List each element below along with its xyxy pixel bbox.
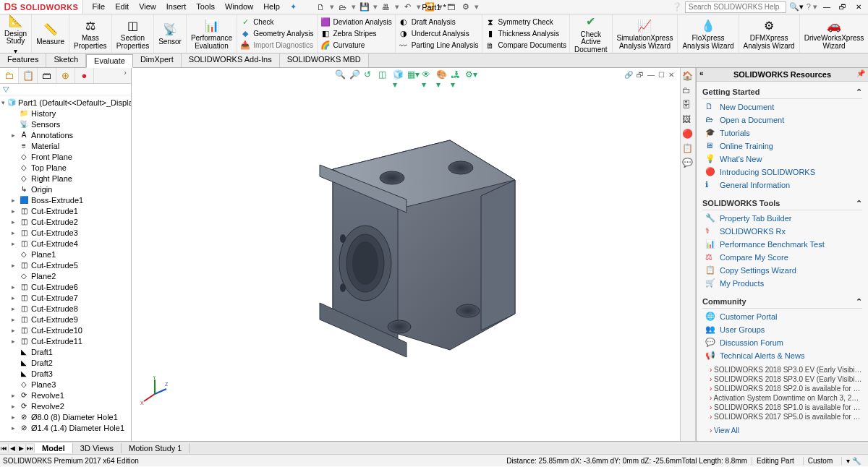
measure-button[interactable]: 📏Measure — [36, 21, 64, 46]
tab-features[interactable]: Features — [0, 53, 46, 67]
menu-help[interactable]: Help — [259, 1, 284, 13]
tree-item[interactable]: ◇Plane2 — [0, 270, 131, 281]
tp-link[interactable]: 📋Copy Settings Wizard — [702, 264, 862, 277]
new-icon[interactable]: 🗋 — [315, 1, 327, 13]
feature-tree[interactable]: ▾🧊Part1 (Default<<Default>_Display 📁Hist… — [0, 95, 131, 441]
tree-item[interactable]: ▸⊘Ø8.0 (8) Diameter Hole1 — [0, 411, 131, 422]
tp-tab-custom-props-icon[interactable]: 📋 — [682, 143, 694, 155]
collapse-icon[interactable]: ⌃ — [856, 199, 862, 208]
menu-file[interactable]: File — [88, 1, 109, 13]
search-help-input[interactable] — [685, 1, 786, 13]
tree-item[interactable]: ▸◫Cut-Extrude10 — [0, 325, 131, 335]
print-icon[interactable]: 🖶 — [380, 1, 392, 13]
tree-item[interactable]: ◇Plane1 — [0, 249, 131, 260]
tp-news-item[interactable]: SOLIDWORKS 2017 SP5.0 is available for d… — [702, 412, 862, 421]
tp-tab-appearances-icon[interactable]: 🔴 — [682, 129, 694, 140]
fm-tab-property[interactable]: 📋 — [19, 68, 38, 83]
tp-tab-library-icon[interactable]: 🗀 — [682, 85, 694, 97]
tree-item[interactable]: ◇Top Plane — [0, 162, 131, 173]
hide-show-icon[interactable]: 👁▾ — [422, 69, 433, 81]
tp-link[interactable]: 🔴Introducing SOLIDWORKS — [702, 166, 862, 179]
mass-properties-button[interactable]: ⚖Mass Properties — [74, 17, 107, 50]
nav-next-icon[interactable]: ▶ — [17, 445, 26, 452]
view-orientation-icon[interactable]: 🧊▾ — [393, 69, 404, 81]
graphics-area[interactable]: 🔍 🔎 ↺ ◫ 🧊▾ ▦▾ 👁▾ 🎨▾ 🏞▾ ⚙▾ 🔗 🗗 — ☐ ✕ — [132, 68, 680, 441]
tp-tab-home-icon[interactable]: 🏠 — [682, 71, 694, 82]
tp-news-item[interactable]: SOLIDWORKS 2018 SP1.0 is available for d… — [702, 403, 862, 412]
floxpress-button[interactable]: 💧FloXpress Analysis Wizard — [682, 17, 733, 50]
tree-item[interactable]: ▸◫Cut-Extrude2 — [0, 216, 131, 227]
tp-prev-icon[interactable]: « — [699, 69, 704, 77]
nav-last-icon[interactable]: ⏭ — [26, 445, 35, 452]
zoom-area-icon[interactable]: 🔎 — [349, 69, 361, 81]
tree-item[interactable]: ▸⟳Revolve1 — [0, 390, 131, 400]
tree-item[interactable]: ◣Draft1 — [0, 346, 131, 357]
sensor-button[interactable]: 📡Sensor — [158, 21, 182, 46]
tree-item[interactable]: ◇Front Plane — [0, 151, 131, 162]
gv-min-icon[interactable]: — — [647, 71, 655, 79]
search-icon[interactable]: 🔍▾ — [789, 2, 804, 12]
tp-link[interactable]: 💬Discussion Forum — [702, 336, 862, 349]
menu-view[interactable]: View — [135, 1, 161, 13]
view-all-link[interactable]: View All — [702, 426, 862, 435]
collapse-icon[interactable]: ⌃ — [856, 297, 862, 307]
zebra-stripes-button[interactable]: ◧Zebra Stripes — [320, 28, 377, 40]
section-properties-button[interactable]: ◫Section Properties — [116, 17, 150, 50]
prev-view-icon[interactable]: ↺ — [364, 69, 375, 81]
dfmxpress-button[interactable]: ⚙DFMXpress Analysis Wizard — [744, 17, 795, 50]
check-button[interactable]: ✓Check — [240, 17, 273, 28]
tree-item[interactable]: ◇Plane3 — [0, 379, 131, 390]
undercut-analysis-button[interactable]: ◑Undercut Analysis — [399, 28, 469, 40]
fm-tab-expand-icon[interactable]: › — [119, 68, 131, 83]
tree-item[interactable]: 📡Sensors — [0, 119, 131, 129]
nav-prev-icon[interactable]: ◀ — [9, 445, 17, 452]
tree-item[interactable]: ◣Draft2 — [0, 357, 131, 368]
tp-link[interactable]: 🗁Open a Document — [702, 113, 862, 127]
tp-tab-forum-icon[interactable]: 💬 — [682, 158, 694, 169]
menu-insert[interactable]: Insert — [162, 1, 191, 13]
tree-item[interactable]: ↳Origin — [0, 184, 131, 194]
undo-icon[interactable]: ↶ — [402, 1, 414, 13]
tree-item[interactable]: ≡Material — [0, 140, 131, 151]
tab-dimxpert[interactable]: DimXpert — [133, 53, 182, 67]
bottom-tab-motion-study-1[interactable]: Motion Study 1 — [122, 443, 190, 453]
menu-pin-icon[interactable]: ✦ — [286, 1, 301, 13]
tree-item[interactable]: ▸◫Cut-Extrude9 — [0, 314, 131, 325]
tp-link[interactable]: ℹGeneral Information — [702, 179, 862, 192]
tree-item[interactable]: ▸◫Cut-Extrude7 — [0, 292, 131, 303]
view-settings-icon[interactable]: ⚙▾ — [465, 69, 477, 81]
fm-tab-config[interactable]: 🗃 — [38, 68, 56, 83]
symmetry-check-button[interactable]: ⧗Symmetry Check — [485, 17, 553, 28]
tree-item[interactable]: 📁History — [0, 108, 131, 119]
compare-documents-button[interactable]: 🗎Compare Documents — [485, 40, 566, 51]
tree-item[interactable]: ◇Right Plane — [0, 173, 131, 184]
tp-tab-file-explorer-icon[interactable]: 🗄 — [682, 100, 694, 111]
tree-item[interactable]: ▸⊘Ø1.4 (1.4) Diameter Hole1 — [0, 422, 131, 433]
tp-link[interactable]: 🔧Property Tab Builder — [702, 212, 862, 225]
settings-icon[interactable]: ⚙ — [460, 1, 472, 13]
tree-item[interactable]: ▸🟦Boss-Extrude1 — [0, 194, 131, 205]
tp-news-item[interactable]: SOLIDWORKS 2018 SP3.0 EV (Early Visibili… — [702, 374, 862, 384]
tree-item[interactable]: ▸◫Cut-Extrude8 — [0, 303, 131, 314]
bottom-tab-3d-views[interactable]: 3D Views — [73, 443, 122, 453]
tp-link[interactable]: 👥User Groups — [702, 323, 862, 336]
parting-line-button[interactable]: 〰Parting Line Analysis — [399, 40, 479, 51]
tree-item[interactable]: ▸◫Cut-Extrude3 — [0, 227, 131, 238]
collapse-icon[interactable]: ⌃ — [856, 87, 862, 97]
menu-window[interactable]: Window — [221, 1, 258, 13]
tree-root[interactable]: ▾🧊Part1 (Default<<Default>_Display — [0, 97, 131, 108]
tp-link[interactable]: 🛒My Products — [702, 277, 862, 290]
gv-close-icon[interactable]: ✕ — [668, 71, 674, 79]
tp-tab-view-palette-icon[interactable]: 🖼 — [682, 114, 694, 126]
tree-item[interactable]: ▸◫Cut-Extrude1 — [0, 205, 131, 216]
tp-link[interactable]: 🖥Online Training — [702, 140, 862, 153]
tab-solidworks-mbd[interactable]: SOLIDWORKS MBD — [280, 53, 369, 67]
status-units[interactable]: Custom — [803, 457, 837, 465]
save-icon[interactable]: 💾 — [359, 1, 370, 13]
filter-icon[interactable]: ▽ — [3, 85, 9, 94]
gv-restore-icon[interactable]: 🗗 — [637, 71, 644, 79]
minimize-icon[interactable]: — — [820, 2, 833, 12]
deviation-analysis-button[interactable]: 🟪Deviation Analysis — [320, 17, 392, 28]
tp-link[interactable]: 💡What's New — [702, 153, 862, 166]
status-extra-icon[interactable]: ▾ 🔧 — [841, 457, 865, 465]
